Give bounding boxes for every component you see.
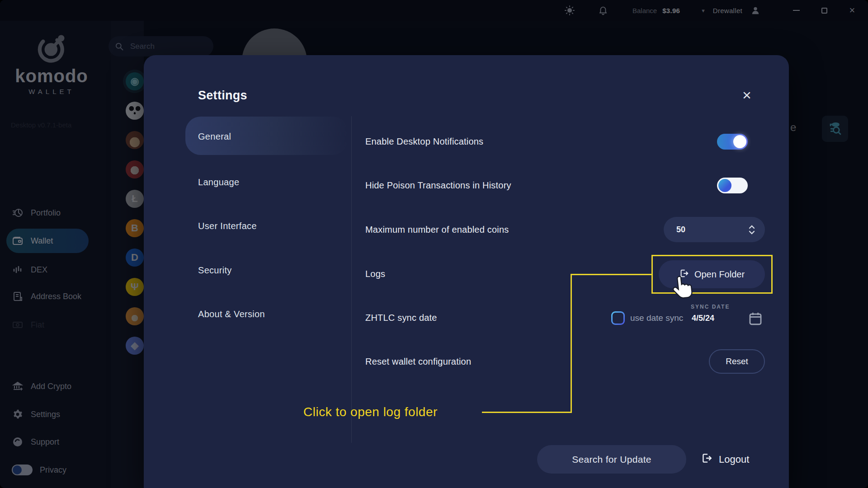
tab-security[interactable]: Security xyxy=(198,261,232,279)
toggle-knob xyxy=(718,179,731,192)
calendar-icon[interactable] xyxy=(748,311,763,326)
hide-poison-row-label: Hide Poison Transactions in History xyxy=(365,178,511,192)
modal-title: Settings xyxy=(198,89,247,103)
logout-icon xyxy=(701,452,712,467)
notifications-row-label: Enable Desktop Notifications xyxy=(365,135,483,148)
tab-general[interactable]: General xyxy=(198,127,231,145)
sync-date-label: SYNC DATE xyxy=(691,304,730,310)
annotation-line-top xyxy=(571,274,652,275)
use-date-sync-checkbox[interactable] xyxy=(611,311,625,325)
reset-row-label: Reset wallet configuration xyxy=(365,355,471,368)
modal-close-icon[interactable]: × xyxy=(737,85,757,105)
logs-row-label: Logs xyxy=(365,267,385,281)
hide-poison-toggle[interactable] xyxy=(717,178,748,193)
tab-language[interactable]: Language xyxy=(198,173,239,191)
max-coins-stepper[interactable]: 50 xyxy=(664,217,765,242)
toggle-knob xyxy=(733,135,746,148)
reset-button[interactable]: Reset xyxy=(709,349,765,374)
komodo-wallet-window: komodo WALLET Desktop v0.7.1-beta Portfo… xyxy=(0,0,868,488)
logout-button[interactable]: Logout xyxy=(701,447,749,472)
stepper-arrows-icon[interactable] xyxy=(749,217,755,242)
hand-cursor-icon xyxy=(671,274,695,304)
search-for-update-button[interactable]: Search for Update xyxy=(537,445,686,474)
tab-user-interface[interactable]: User Interface xyxy=(198,217,257,235)
max-coins-value: 50 xyxy=(676,225,685,235)
max-coins-row-label: Maximum number of enabled coins xyxy=(365,223,509,236)
zhtlc-row-label: ZHTLC sync date xyxy=(365,311,437,324)
notifications-toggle[interactable] xyxy=(717,134,748,150)
sync-date-value: 4/5/24 xyxy=(692,314,714,323)
annotation-text: Click to open log folder xyxy=(303,405,438,419)
modal-divider xyxy=(351,116,352,443)
tab-about-version[interactable]: About & Version xyxy=(198,305,265,323)
annotation-line-vertical xyxy=(571,274,572,413)
annotation-line-bottom xyxy=(482,412,571,413)
use-date-sync-label: use date sync xyxy=(630,311,683,325)
annotation-highlight-box xyxy=(651,255,773,294)
